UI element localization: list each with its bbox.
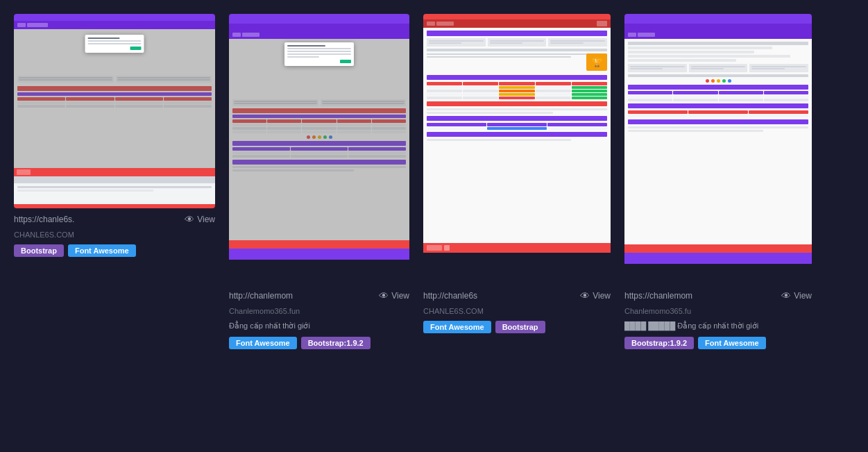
card-3-url: http://chanle6s <box>423 291 477 301</box>
screenshot-2[interactable] <box>229 14 409 285</box>
card-2-view-label: View <box>391 291 409 301</box>
card-1-view-link[interactable]: 👁 View <box>185 214 215 225</box>
site-card-4: https://chanlemom 👁 View Chanlemomo365.f… <box>624 14 812 349</box>
card-3-tags: Font Awesome Bootstrap <box>423 321 611 333</box>
card-4-site-name: Chanlemomo365.fu <box>624 307 812 315</box>
tag-bootstrap-1[interactable]: Bootstrap <box>14 244 64 257</box>
eye-icon-1: 👁 <box>185 214 194 225</box>
card-4-url: https://chanlemom <box>624 291 692 301</box>
card-3-view-link[interactable]: 👁 View <box>580 290 611 301</box>
tag-font-awesome-4[interactable]: Font Awesome <box>698 337 766 349</box>
card-3-site-name: CHANLE6S.COM <box>423 307 611 315</box>
screenshot-1[interactable] <box>14 14 215 208</box>
site-card-1: https://chanle6s. 👁 View CHANLE6S.COM Bo… <box>14 14 215 257</box>
gallery-container: https://chanle6s. 👁 View CHANLE6S.COM Bo… <box>14 14 812 349</box>
screenshot-4[interactable] <box>624 14 812 285</box>
tag-font-awesome-2[interactable]: Font Awesome <box>229 337 297 349</box>
modal-2 <box>284 42 354 66</box>
tag-bootstrap-3[interactable]: Bootstrap <box>495 321 545 333</box>
card-2-description: Đẳng cấp nhất thời giới <box>229 321 409 331</box>
card-1-url: https://chanle6s. <box>14 215 74 224</box>
card-2-url: http://chanlemom <box>229 291 293 301</box>
card-1-tags: Bootstrap Font Awesome <box>14 244 215 257</box>
modal-1 <box>85 35 144 53</box>
site-card-2: http://chanlemom 👁 View Chanlemomo365.fu… <box>229 14 409 349</box>
eye-icon-2: 👁 <box>379 290 389 301</box>
card-4-view-link[interactable]: 👁 View <box>781 290 812 301</box>
card-2-tags: Font Awesome Bootstrap:1.9.2 <box>229 337 409 349</box>
card-1-view-label: View <box>197 215 215 224</box>
card-2-view-link[interactable]: 👁 View <box>379 290 409 301</box>
tag-font-awesome-3[interactable]: Font Awesome <box>423 321 491 333</box>
card-3-view-label: View <box>593 291 611 301</box>
card-1-url-row: https://chanle6s. 👁 View <box>14 214 215 225</box>
card-3-url-row: http://chanle6s 👁 View <box>423 290 611 301</box>
card-1-site-name: CHANLE6S.COM <box>14 231 215 239</box>
card-4-view-label: View <box>794 291 812 301</box>
card-4-tags: Bootstrap:1.9.2 Font Awesome <box>624 337 812 349</box>
eye-icon-4: 👁 <box>781 290 791 301</box>
screenshot-3[interactable]: 🏆 <box>423 14 611 285</box>
card-2-url-row: http://chanlemom 👁 View <box>229 290 409 301</box>
eye-icon-3: 👁 <box>580 290 590 301</box>
tag-bootstrap-version-4[interactable]: Bootstrap:1.9.2 <box>624 337 694 349</box>
tag-font-awesome-1[interactable]: Font Awesome <box>68 244 136 257</box>
card-4-description: ████ █████ Đẳng cấp nhất thời giới <box>624 321 812 331</box>
card-2-site-name: Chanlemomo365.fun <box>229 307 409 315</box>
tag-bootstrap-version-2[interactable]: Bootstrap:1.9.2 <box>301 337 371 349</box>
card-4-url-row: https://chanlemom 👁 View <box>624 290 812 301</box>
site-card-3: 🏆 <box>423 14 611 333</box>
modal-backdrop-2 <box>229 39 409 240</box>
